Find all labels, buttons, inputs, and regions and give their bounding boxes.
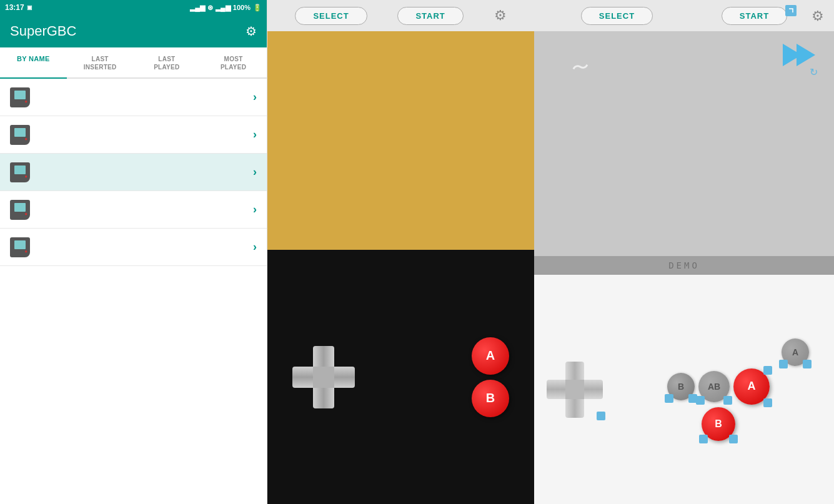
tab-last-played[interactable]: LASTPLAYED — [134, 47, 201, 77]
a-button-mid[interactable]: A — [472, 337, 509, 375]
settings-icon[interactable]: ⚙ — [246, 24, 257, 39]
app-title: SuperGBC — [10, 23, 76, 39]
mid-bottom-controls: A B — [267, 250, 534, 504]
dpad-resize-corner[interactable] — [597, 412, 605, 420]
a-button-red[interactable]: A — [733, 368, 770, 405]
rom-icon-5 — [10, 237, 30, 257]
a-red-resize-tr[interactable] — [763, 366, 772, 375]
btn-row-top: A — [615, 338, 822, 366]
game-screen-mid — [267, 31, 534, 250]
screen-content: 〜 ↻ — [534, 31, 834, 256]
dpad-center-mid — [313, 367, 334, 388]
dpad-right[interactable] — [547, 362, 603, 418]
b-button-gray[interactable]: B — [667, 373, 695, 400]
rom-item-5[interactable]: › — [0, 229, 267, 266]
btn-row-mid: B AB A — [615, 368, 822, 405]
select-button-right[interactable]: SELECT — [581, 7, 653, 25]
status-bar: 13:17 ▣ ▂▄▆ ⊛ ▂▄▆ 100% 🔋 — [0, 0, 267, 15]
left-panel: 13:17 ▣ ▂▄▆ ⊛ ▂▄▆ 100% 🔋 SuperGBC ⚙ BY N… — [0, 0, 267, 504]
chevron-icon-3: › — [253, 166, 257, 179]
start-button-mid[interactable]: START — [397, 7, 463, 25]
ab-buttons-mid: A B — [472, 337, 509, 417]
app-header: SuperGBC ⚙ — [0, 15, 267, 47]
chevron-icon-1: › — [253, 91, 257, 104]
refresh-icon[interactable]: ↻ — [810, 66, 818, 78]
chevron-icon-2: › — [253, 128, 257, 141]
rom-item-2[interactable]: › — [0, 116, 267, 154]
lightning-icon: 〜 — [570, 55, 591, 81]
tab-by-name[interactable]: BY NAME — [0, 47, 67, 79]
demo-bar: DEMO — [534, 256, 834, 275]
ab-resize-br[interactable] — [723, 396, 732, 405]
dpad-center-right — [565, 380, 585, 399]
status-sim-icon: ▣ — [27, 4, 32, 11]
settings-button-mid[interactable]: ⚙ — [494, 7, 507, 24]
battery-text: 100% — [233, 4, 251, 11]
btn-row-bottom: B — [615, 407, 822, 441]
b-red-resize-bl[interactable] — [699, 435, 708, 443]
right-buttons-area: A B AB A — [615, 338, 822, 441]
a-top-resize-br[interactable] — [803, 360, 812, 368]
ab-button[interactable]: AB — [698, 371, 730, 402]
rom-item-1[interactable]: › — [0, 79, 267, 116]
a-top-resize-bl[interactable] — [779, 360, 788, 368]
play-button-overlay[interactable] — [783, 44, 815, 66]
rom-item-4[interactable]: › — [0, 191, 267, 229]
tab-most-played[interactable]: MOSTPLAYED — [200, 47, 267, 77]
a-red-resize-br[interactable] — [763, 398, 772, 407]
resize-handle-top-right[interactable] — [785, 5, 797, 16]
dpad-mid[interactable] — [292, 346, 355, 408]
battery-icon: 🔋 — [253, 4, 262, 12]
play-triangle-2 — [797, 44, 815, 66]
status-left: 13:17 ▣ — [5, 3, 32, 12]
signal-icon: ▂▄▆ — [190, 4, 205, 12]
b-button-mid[interactable]: B — [472, 380, 509, 417]
wifi-icon: ⊛ — [207, 4, 213, 12]
right-panel: SELECT START ⚙ 〜 ↻ DEMO — [534, 0, 834, 504]
rom-icon-4 — [10, 200, 30, 220]
status-right: ▂▄▆ ⊛ ▂▄▆ 100% 🔋 — [190, 4, 262, 12]
start-button-right[interactable]: START — [722, 7, 787, 25]
mid-top-controls: SELECT START ⚙ — [267, 0, 534, 31]
right-top-controls: SELECT START ⚙ — [534, 0, 834, 31]
game-screen-right: 〜 ↻ DEMO — [534, 31, 834, 275]
tab-last-inserted[interactable]: LASTINSERTED — [67, 47, 134, 77]
rom-item-3[interactable]: › — [0, 154, 267, 191]
ab-resize-bl[interactable] — [696, 396, 705, 405]
rom-list: › › › › › — [0, 79, 267, 504]
tabs-row: BY NAME LASTINSERTED LASTPLAYED MOSTPLAY… — [0, 47, 267, 79]
right-bottom-controls: A B AB A — [534, 275, 834, 504]
rom-icon-1 — [10, 87, 30, 107]
signal-icon2: ▂▄▆ — [216, 4, 231, 12]
b-button-red[interactable]: B — [702, 407, 735, 441]
select-button-mid[interactable]: SELECT — [295, 7, 367, 25]
b-gray-resize-bl[interactable] — [665, 394, 673, 403]
a-button-top-gray[interactable]: A — [782, 338, 809, 366]
chevron-icon-4: › — [253, 203, 257, 216]
status-time: 13:17 — [5, 3, 24, 12]
demo-text: DEMO — [668, 260, 700, 270]
middle-panel: SELECT START ⚙ A B — [267, 0, 534, 504]
rom-icon-3 — [10, 162, 30, 182]
rom-icon-2 — [10, 125, 30, 145]
b-red-resize-br[interactable] — [729, 435, 738, 443]
chevron-icon-5: › — [253, 240, 257, 254]
settings-button-right[interactable]: ⚙ — [812, 8, 824, 24]
